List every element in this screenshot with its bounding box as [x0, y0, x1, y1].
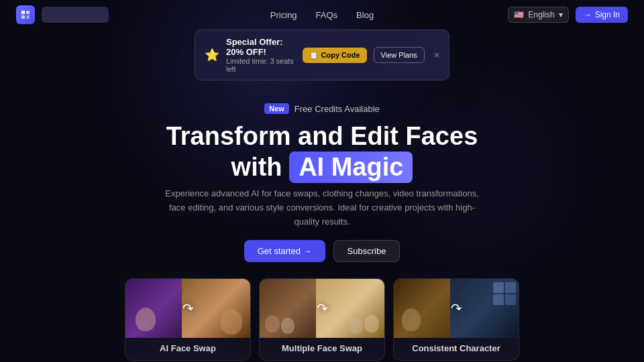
new-badge: New — [264, 103, 289, 114]
nav-right: 🇺🇸 English ▾ → Sign In — [508, 7, 628, 23]
get-started-button[interactable]: Get started → — [244, 240, 325, 262]
new-badge-row: New Free Credits Available — [264, 103, 380, 114]
nav-links: Pricing FAQs Blog — [270, 10, 374, 20]
banner-subtitle: Limited time: 3 seats left — [226, 57, 296, 73]
hero-title: Transform and Edit Faces with AI Magic — [13, 122, 631, 183]
free-credits-text: Free Credits Available — [294, 104, 380, 114]
nav-pricing[interactable]: Pricing — [270, 10, 297, 20]
copy-code-button[interactable]: 📋 Copy Code — [303, 48, 366, 63]
swap-arrow-icon: ↷ — [182, 300, 194, 316]
nav-blog[interactable]: Blog — [356, 10, 374, 20]
subscribe-button[interactable]: Subscribe — [333, 240, 400, 262]
consistent-character-label: Consistent Character — [394, 338, 519, 360]
banner-title: Special Offer: 20% OFF! — [226, 37, 296, 57]
view-plans-button[interactable]: View Plans — [374, 47, 425, 63]
swap-arrow-icon-2: ↷ — [317, 300, 328, 316]
close-banner-button[interactable]: × — [434, 50, 439, 60]
feature-cards-row: ↷ AI Face Swap ↷ Multiple Face Swap — [0, 269, 644, 361]
svg-rect-3 — [26, 15, 30, 19]
ai-face-swap-card[interactable]: ↷ AI Face Swap — [125, 278, 251, 361]
flag-icon: 🇺🇸 — [514, 10, 524, 19]
card-image-ai-face-swap: ↷ — [125, 279, 250, 338]
banner-star-icon: ⭐ — [205, 48, 219, 62]
ai-face-swap-label: AI Face Swap — [125, 338, 250, 360]
promo-banner: ⭐ Special Offer: 20% OFF! Limited time: … — [195, 29, 449, 80]
hero-section: New Free Credits Available Transform and… — [0, 90, 644, 269]
svg-rect-2 — [21, 15, 25, 19]
lang-label: English — [528, 10, 554, 19]
logo-text — [42, 7, 109, 23]
multiple-face-swap-label: Multiple Face Swap — [260, 338, 384, 360]
multiple-face-swap-card[interactable]: ↷ Multiple Face Swap — [259, 278, 385, 361]
card-image-consistent-character: ↷ — [394, 279, 519, 338]
logo-icon — [16, 5, 35, 24]
nav-faqs[interactable]: FAQs — [316, 10, 338, 20]
sign-in-icon: → — [584, 10, 592, 19]
navigation: Pricing FAQs Blog 🇺🇸 English ▾ → Sign In — [0, 0, 644, 29]
consistent-character-card[interactable]: ↷ Consistent Character — [393, 278, 519, 361]
swap-arrow-icon-3: ↷ — [451, 300, 462, 316]
chevron-down-icon: ▾ — [559, 10, 563, 19]
hero-highlight: AI Magic — [289, 152, 413, 184]
sign-in-button[interactable]: → Sign In — [576, 7, 628, 23]
svg-rect-1 — [26, 11, 30, 14]
hero-subtitle: Experience advanced AI for face swaps, c… — [161, 187, 483, 229]
svg-rect-0 — [21, 11, 25, 14]
language-selector[interactable]: 🇺🇸 English ▾ — [508, 7, 568, 23]
banner-text: Special Offer: 20% OFF! Limited time: 3 … — [226, 37, 296, 73]
card-image-multiple-face-swap: ↷ — [260, 279, 384, 338]
nav-left — [16, 5, 109, 24]
hero-buttons: Get started → Subscribe — [13, 240, 631, 262]
